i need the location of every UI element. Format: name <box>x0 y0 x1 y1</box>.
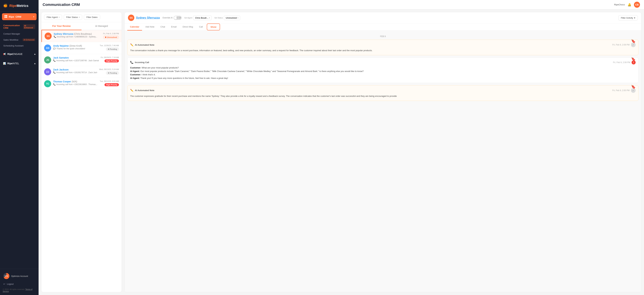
card-type-label-2: Incoming Call <box>135 61 149 64</box>
tab-add-note[interactable]: Add Note <box>143 24 157 31</box>
tab-ai-managed[interactable]: AI Managed <box>82 22 122 30</box>
conversation-tabs: For Your Review AI Managed <box>42 22 122 30</box>
conv-item-andy[interactable]: AN Andy Nejaime (Drew Kroft) 💬 Thanks fo… <box>42 42 122 54</box>
intel-icon: 📊 <box>3 62 6 65</box>
nav-badge-sales-workflow: AI Enhanced <box>23 39 35 41</box>
contact-name[interactable]: Sydney Sferruzza <box>136 16 160 20</box>
agent-name-value: Chris Boudr... <box>195 17 208 19</box>
ai-override-toggle[interactable]: AI Off <box>174 16 182 20</box>
conv-item-thomas[interactable]: TC Thomas Cooper (N/A) 📞 Incoming call f… <box>42 78 122 90</box>
detail-header: SS Sydney Sferruzza Override AI AI Off S… <box>124 12 641 24</box>
sidebar-item-sales-workflow[interactable]: Sales Workflow AI Enhanced <box>0 37 38 43</box>
sidebar-item-communication-crm[interactable]: Communication CRM AI Enhanced <box>0 23 38 31</box>
phone-icon-jack: 📞 <box>53 59 56 62</box>
tab-chat[interactable]: Chat <box>158 24 168 31</box>
copyright-text: © 2024. All rights reserved. Terms of Se… <box>3 288 36 292</box>
conv-name-sydney: Sydney Sferruzza (Chris Boudreau) <box>54 33 101 35</box>
card-body-2: Customer: What are your most popular pro… <box>130 66 636 80</box>
phone-icon-thomas: 📞 <box>53 83 56 86</box>
status-select-chevron-icon: ▾ <box>238 17 238 19</box>
optimize-account-button[interactable]: 67% Optimize Account <box>3 272 36 280</box>
tab-calendar-label: Calendar <box>130 26 139 28</box>
phone-icon: 📞 <box>54 36 56 38</box>
notification-bell-icon[interactable]: 🔔 <box>628 3 631 7</box>
conversations-panel: Filter Agent ▾ Filter Status ▾ Filter Da… <box>41 12 122 292</box>
svg-text:🍊: 🍊 <box>4 4 8 8</box>
pencil-icon: ✏️ <box>130 43 134 47</box>
card-time-3: Fri, Feb 9, 2:00 PM <box>612 89 630 92</box>
bookmark-icon-3[interactable]: 🔖 <box>631 85 636 89</box>
filter-status-button[interactable]: Filter Status ▾ <box>64 15 82 20</box>
tab-call[interactable]: Call <box>196 24 206 31</box>
status-badge-zack: Pending <box>106 71 119 75</box>
conv-preview-thomas: 📞 Incoming call from +15023816883 : Thom… <box>53 83 98 86</box>
main-content: Communication CRM RipeChoco 🔔 CB Filter … <box>38 0 644 295</box>
page-title: Communication CRM <box>42 3 80 7</box>
tab-direct-msg[interactable]: Direct Msg <box>180 24 196 31</box>
message-icon: 💬 <box>53 48 56 50</box>
sidebar-item-scheduling-assistant[interactable]: Scheduling Assistant <box>0 43 38 49</box>
nav-label-communication-crm: Communication CRM <box>3 24 23 29</box>
filter-activity-button[interactable]: Filter Activity ▾ <box>618 15 638 21</box>
conv-preview-sydney: 📞 Incoming call from +14809808133 : Sydn… <box>54 36 101 38</box>
intel-section: 📊 RipeINTEL ▲ <box>0 60 38 67</box>
conv-info-jack: Jack Samatov 📞 Incoming call from +13237… <box>53 56 99 62</box>
agent-select-dropdown[interactable]: Chris Boudr... ▾ <box>193 16 212 20</box>
svg-rect-4 <box>4 17 6 18</box>
logout-icon: ↩ <box>3 283 5 285</box>
conv-name-jack: Jack Samatov <box>53 56 99 59</box>
phone-call-icon: 📞 <box>130 61 134 64</box>
avatar-thomas: TC <box>44 80 51 87</box>
logout-label: Logout <box>7 283 14 285</box>
card-body-1: The conversation includes a thank-you me… <box>130 49 636 52</box>
avatar-sydney: SS <box>44 33 52 40</box>
card-header-2: 📞 Incoming Call Fri, Feb 9, 2:08 PM ! <box>130 60 636 65</box>
card-header-1: ✏️ AI Automated Note Fri, Feb 9, 2:09 PM… <box>130 43 636 47</box>
copyright-year: © 2024. All rights reserved. <box>3 288 25 290</box>
engage-section-header[interactable]: 📢 RipeENGAGE ▲ <box>0 51 38 57</box>
topbar-right: RipeChoco 🔔 CB <box>614 2 640 8</box>
set-agent-selector: Set Agent Chris Boudr... ▾ <box>184 16 212 20</box>
conv-item-zack[interactable]: ZJ Zack Jackson 📞 Incoming call from +19… <box>42 66 122 78</box>
conv-name-thomas: Thomas Cooper (N/A) <box>53 80 98 83</box>
tab-call-label: Call <box>199 26 203 28</box>
filter-agent-button[interactable]: Filter Agent ▾ <box>44 15 62 20</box>
card-time-2: Fri, Feb 9, 2:08 PM <box>613 61 630 64</box>
pencil-icon-2: ✏️ <box>130 89 134 92</box>
status-select-dropdown[interactable]: Unresolved ▾ <box>224 16 240 20</box>
logout-button[interactable]: ↩ Logout <box>3 281 36 286</box>
card-header-3: ✏️ AI Automated Note Fri, Feb 9, 2:00 PM… <box>130 88 636 93</box>
conv-time-andy: Tue, 12/26/23, 7:46 AM <box>100 45 119 47</box>
conv-info-zack: Zack Jackson 📞 Incoming call from +19106… <box>53 68 97 74</box>
bookmark-icon-2[interactable]: 🔖 <box>631 57 636 61</box>
filter-dates-label: Filter Dates <box>86 16 98 19</box>
conv-time-jack: Fri, 09/29/23, 7:18 AM <box>101 56 119 58</box>
crm-ripe-label: Ripe <box>9 15 14 18</box>
show-button[interactable]: Show <box>207 24 220 30</box>
tab-email-label: Email <box>171 26 176 28</box>
contact-avatar: SS <box>128 15 134 21</box>
user-avatar[interactable]: CB <box>634 2 640 8</box>
card-time-1: Fri, Feb 9, 2:09 PM <box>612 44 630 46</box>
status-badge-andy: Pending <box>106 48 119 51</box>
conv-item-sydney[interactable]: SS Sydney Sferruzza (Chris Boudreau) 📞 I… <box>42 30 122 42</box>
tab-email[interactable]: Email <box>168 24 179 31</box>
svg-rect-2 <box>4 15 6 16</box>
conv-item-jack[interactable]: JS Jack Samatov 📞 Incoming call from +13… <box>42 54 122 66</box>
conv-preview-jack: 📞 Incoming call from +13237199748 : Jack… <box>53 59 99 62</box>
filter-activity-label: Filter Activity <box>621 17 633 19</box>
tab-for-your-review[interactable]: For Your Review <box>42 22 82 30</box>
tab-calendar[interactable]: Calendar <box>127 24 142 31</box>
contact-info: SS Sydney Sferruzza <box>128 15 160 21</box>
topbar-username: RipeChoco <box>614 3 625 6</box>
conv-preview-andy: 💬 Thanks for the quick chocolates! <box>53 48 98 50</box>
nav-badge-communication-crm: AI Enhanced <box>23 24 35 29</box>
conv-time-zack: Wed, 09/13/23, 5:24 AM <box>99 68 119 70</box>
bookmark-icon-1[interactable]: 🔖 <box>631 39 636 44</box>
sidebar-item-contact-manager[interactable]: Contact Manager <box>0 31 38 37</box>
filter-agent-chevron-icon: ▾ <box>59 16 60 18</box>
crm-toggle-button[interactable]: RipeCRM ▾ <box>2 13 36 20</box>
svg-rect-5 <box>6 17 7 18</box>
intel-section-header[interactable]: 📊 RipeINTEL ▲ <box>0 60 38 67</box>
filter-dates-button[interactable]: Filter Dates <box>84 15 100 20</box>
